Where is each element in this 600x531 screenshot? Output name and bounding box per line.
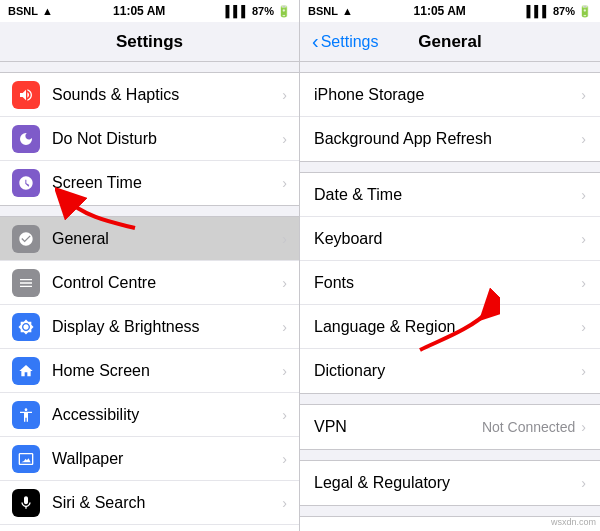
settings-group-1: Sounds & Haptics › Do Not Disturb › Scre… xyxy=(0,72,299,206)
right-section-gap-5 xyxy=(300,506,600,516)
homescreen-label: Home Screen xyxy=(52,362,282,380)
settings-item-homescreen[interactable]: Home Screen › xyxy=(0,349,299,393)
right-item-date-time[interactable]: Date & Time › xyxy=(300,173,600,217)
display-chevron: › xyxy=(282,319,287,335)
screentime-label: Screen Time xyxy=(52,174,282,192)
language-region-chevron: › xyxy=(581,319,586,335)
settings-item-display[interactable]: Display & Brightness › xyxy=(0,305,299,349)
date-time-chevron: › xyxy=(581,187,586,203)
left-panel: BSNL ▲ 11:05 AM ▌▌▌ 87% 🔋 Settings Sound… xyxy=(0,0,300,531)
right-item-dictionary[interactable]: Dictionary › xyxy=(300,349,600,393)
homescreen-icon xyxy=(12,357,40,385)
language-region-label: Language & Region xyxy=(314,318,581,336)
right-item-iphone-storage[interactable]: iPhone Storage › xyxy=(300,73,600,117)
settings-item-touchid[interactable]: Touch ID & Passcode › xyxy=(0,525,299,531)
control-label: Control Centre xyxy=(52,274,282,292)
dnd-icon xyxy=(12,125,40,153)
right-nav-bar: ‹ Settings General xyxy=(300,22,600,62)
general-label: General xyxy=(52,230,282,248)
general-icon xyxy=(12,225,40,253)
settings-item-sounds[interactable]: Sounds & Haptics › xyxy=(0,73,299,117)
left-nav-title: Settings xyxy=(116,32,183,52)
settings-item-dnd[interactable]: Do Not Disturb › xyxy=(0,117,299,161)
right-panel: BSNL ▲ 11:05 AM ▌▌▌ 87% 🔋 ‹ Settings Gen… xyxy=(300,0,600,531)
settings-item-screentime[interactable]: Screen Time › xyxy=(0,161,299,205)
legal-chevron: › xyxy=(581,475,586,491)
right-battery-icon: 🔋 xyxy=(578,5,592,18)
background-refresh-chevron: › xyxy=(581,131,586,147)
right-item-language-region[interactable]: Language & Region › xyxy=(300,305,600,349)
wallpaper-chevron: › xyxy=(282,451,287,467)
right-battery-text: 87% xyxy=(553,5,575,17)
right-nav-title: General xyxy=(418,32,481,52)
left-status-right: ▌▌▌ 87% 🔋 xyxy=(226,5,291,18)
vpn-label: VPN xyxy=(314,418,482,436)
right-status-bar: BSNL ▲ 11:05 AM ▌▌▌ 87% 🔋 xyxy=(300,0,600,22)
siri-icon xyxy=(12,489,40,517)
screentime-chevron: › xyxy=(282,175,287,191)
display-icon xyxy=(12,313,40,341)
watermark: wsxdn.com xyxy=(551,517,596,527)
sounds-chevron: › xyxy=(282,87,287,103)
legal-label: Legal & Regulatory xyxy=(314,474,581,492)
right-signal-icon: ▌▌▌ xyxy=(527,5,550,17)
keyboard-chevron: › xyxy=(581,231,586,247)
left-status-bar: BSNL ▲ 11:05 AM ▌▌▌ 87% 🔋 xyxy=(0,0,299,22)
section-gap-1 xyxy=(0,62,299,72)
signal-icon: ▌▌▌ xyxy=(226,5,249,17)
right-section-gap-3 xyxy=(300,394,600,404)
siri-chevron: › xyxy=(282,495,287,511)
back-button[interactable]: ‹ Settings xyxy=(312,30,378,53)
settings-item-wallpaper[interactable]: Wallpaper › xyxy=(0,437,299,481)
dnd-chevron: › xyxy=(282,131,287,147)
vpn-chevron: › xyxy=(581,419,586,435)
right-group-3: VPN Not Connected › xyxy=(300,404,600,450)
carrier-text: BSNL xyxy=(8,5,38,17)
accessibility-label: Accessibility xyxy=(52,406,282,424)
right-settings-list: iPhone Storage › Background App Refresh … xyxy=(300,62,600,531)
dnd-label: Do Not Disturb xyxy=(52,130,282,148)
sounds-label: Sounds & Haptics xyxy=(52,86,282,104)
settings-item-accessibility[interactable]: Accessibility › xyxy=(0,393,299,437)
background-refresh-label: Background App Refresh xyxy=(314,130,581,148)
homescreen-chevron: › xyxy=(282,363,287,379)
sounds-icon xyxy=(12,81,40,109)
right-item-vpn[interactable]: VPN Not Connected › xyxy=(300,405,600,449)
iphone-storage-label: iPhone Storage xyxy=(314,86,581,104)
right-item-fonts[interactable]: Fonts › xyxy=(300,261,600,305)
settings-item-general[interactable]: General › xyxy=(0,217,299,261)
settings-item-siri[interactable]: Siri & Search › xyxy=(0,481,299,525)
left-nav-bar: Settings xyxy=(0,22,299,62)
control-icon xyxy=(12,269,40,297)
settings-item-control[interactable]: Control Centre › xyxy=(0,261,299,305)
accessibility-chevron: › xyxy=(282,407,287,423)
left-carrier: BSNL ▲ xyxy=(8,5,53,17)
right-wifi-icon: ▲ xyxy=(342,5,353,17)
screentime-icon xyxy=(12,169,40,197)
right-carrier-text: BSNL xyxy=(308,5,338,17)
iphone-storage-chevron: › xyxy=(581,87,586,103)
wallpaper-icon xyxy=(12,445,40,473)
right-section-gap-4 xyxy=(300,450,600,460)
right-carrier: BSNL ▲ xyxy=(308,5,353,17)
right-time: 11:05 AM xyxy=(414,4,466,18)
dictionary-chevron: › xyxy=(581,363,586,379)
section-gap-2 xyxy=(0,206,299,216)
display-label: Display & Brightness xyxy=(52,318,282,336)
battery-text: 87% xyxy=(252,5,274,17)
right-section-gap-2 xyxy=(300,162,600,172)
wallpaper-label: Wallpaper xyxy=(52,450,282,468)
keyboard-label: Keyboard xyxy=(314,230,581,248)
left-settings-list: Sounds & Haptics › Do Not Disturb › Scre… xyxy=(0,62,299,531)
fonts-chevron: › xyxy=(581,275,586,291)
right-item-keyboard[interactable]: Keyboard › xyxy=(300,217,600,261)
date-time-label: Date & Time xyxy=(314,186,581,204)
dictionary-label: Dictionary xyxy=(314,362,581,380)
vpn-value: Not Connected xyxy=(482,419,575,435)
siri-label: Siri & Search xyxy=(52,494,282,512)
right-item-legal[interactable]: Legal & Regulatory › xyxy=(300,461,600,505)
right-item-background-refresh[interactable]: Background App Refresh › xyxy=(300,117,600,161)
fonts-label: Fonts xyxy=(314,274,581,292)
wifi-icon: ▲ xyxy=(42,5,53,17)
battery-icon: 🔋 xyxy=(277,5,291,18)
